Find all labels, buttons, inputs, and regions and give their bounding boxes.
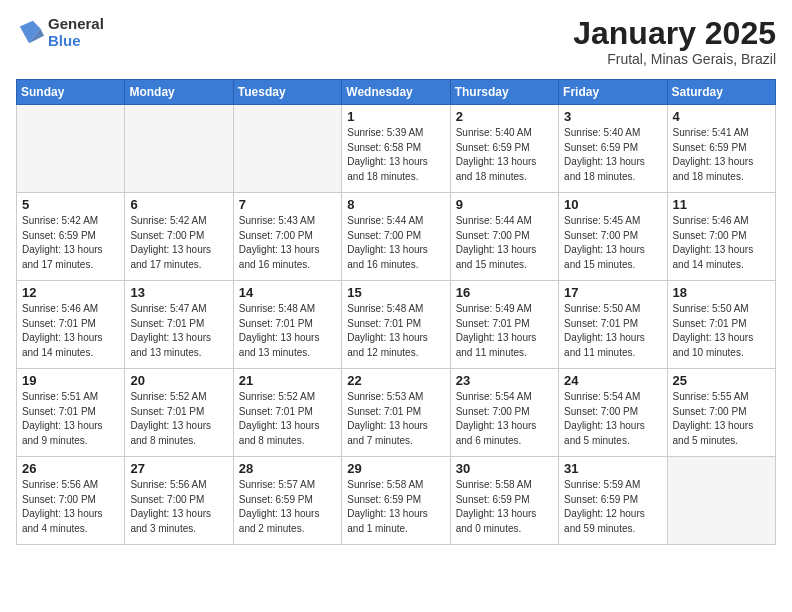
day-info: Sunrise: 5:50 AM Sunset: 7:01 PM Dayligh… bbox=[673, 302, 770, 360]
day-number: 23 bbox=[456, 373, 553, 388]
calendar-week-2: 12Sunrise: 5:46 AM Sunset: 7:01 PM Dayli… bbox=[17, 281, 776, 369]
calendar-cell: 4Sunrise: 5:41 AM Sunset: 6:59 PM Daylig… bbox=[667, 105, 775, 193]
day-number: 1 bbox=[347, 109, 444, 124]
day-info: Sunrise: 5:55 AM Sunset: 7:00 PM Dayligh… bbox=[673, 390, 770, 448]
day-info: Sunrise: 5:44 AM Sunset: 7:00 PM Dayligh… bbox=[347, 214, 444, 272]
day-info: Sunrise: 5:40 AM Sunset: 6:59 PM Dayligh… bbox=[564, 126, 661, 184]
day-number: 30 bbox=[456, 461, 553, 476]
weekday-header-friday: Friday bbox=[559, 80, 667, 105]
weekday-header-wednesday: Wednesday bbox=[342, 80, 450, 105]
day-number: 9 bbox=[456, 197, 553, 212]
day-number: 11 bbox=[673, 197, 770, 212]
calendar-cell: 22Sunrise: 5:53 AM Sunset: 7:01 PM Dayli… bbox=[342, 369, 450, 457]
calendar-cell: 28Sunrise: 5:57 AM Sunset: 6:59 PM Dayli… bbox=[233, 457, 341, 545]
weekday-header-thursday: Thursday bbox=[450, 80, 558, 105]
day-number: 13 bbox=[130, 285, 227, 300]
calendar-cell: 21Sunrise: 5:52 AM Sunset: 7:01 PM Dayli… bbox=[233, 369, 341, 457]
calendar-cell: 5Sunrise: 5:42 AM Sunset: 6:59 PM Daylig… bbox=[17, 193, 125, 281]
day-info: Sunrise: 5:58 AM Sunset: 6:59 PM Dayligh… bbox=[347, 478, 444, 536]
day-info: Sunrise: 5:40 AM Sunset: 6:59 PM Dayligh… bbox=[456, 126, 553, 184]
calendar-week-3: 19Sunrise: 5:51 AM Sunset: 7:01 PM Dayli… bbox=[17, 369, 776, 457]
logo-general: General bbox=[48, 16, 104, 33]
calendar-cell: 25Sunrise: 5:55 AM Sunset: 7:00 PM Dayli… bbox=[667, 369, 775, 457]
day-number: 10 bbox=[564, 197, 661, 212]
day-info: Sunrise: 5:48 AM Sunset: 7:01 PM Dayligh… bbox=[347, 302, 444, 360]
calendar-cell: 16Sunrise: 5:49 AM Sunset: 7:01 PM Dayli… bbox=[450, 281, 558, 369]
day-number: 26 bbox=[22, 461, 119, 476]
logo-icon bbox=[16, 19, 44, 47]
day-info: Sunrise: 5:42 AM Sunset: 7:00 PM Dayligh… bbox=[130, 214, 227, 272]
day-number: 31 bbox=[564, 461, 661, 476]
day-info: Sunrise: 5:51 AM Sunset: 7:01 PM Dayligh… bbox=[22, 390, 119, 448]
day-info: Sunrise: 5:47 AM Sunset: 7:01 PM Dayligh… bbox=[130, 302, 227, 360]
calendar-cell: 2Sunrise: 5:40 AM Sunset: 6:59 PM Daylig… bbox=[450, 105, 558, 193]
day-info: Sunrise: 5:52 AM Sunset: 7:01 PM Dayligh… bbox=[130, 390, 227, 448]
calendar-cell: 12Sunrise: 5:46 AM Sunset: 7:01 PM Dayli… bbox=[17, 281, 125, 369]
day-info: Sunrise: 5:53 AM Sunset: 7:01 PM Dayligh… bbox=[347, 390, 444, 448]
day-number: 15 bbox=[347, 285, 444, 300]
day-number: 25 bbox=[673, 373, 770, 388]
calendar-cell: 13Sunrise: 5:47 AM Sunset: 7:01 PM Dayli… bbox=[125, 281, 233, 369]
calendar-week-1: 5Sunrise: 5:42 AM Sunset: 6:59 PM Daylig… bbox=[17, 193, 776, 281]
day-number: 24 bbox=[564, 373, 661, 388]
calendar-cell: 17Sunrise: 5:50 AM Sunset: 7:01 PM Dayli… bbox=[559, 281, 667, 369]
day-number: 12 bbox=[22, 285, 119, 300]
calendar-table: SundayMondayTuesdayWednesdayThursdayFrid… bbox=[16, 79, 776, 545]
day-info: Sunrise: 5:54 AM Sunset: 7:00 PM Dayligh… bbox=[564, 390, 661, 448]
day-number: 20 bbox=[130, 373, 227, 388]
day-info: Sunrise: 5:52 AM Sunset: 7:01 PM Dayligh… bbox=[239, 390, 336, 448]
day-info: Sunrise: 5:43 AM Sunset: 7:00 PM Dayligh… bbox=[239, 214, 336, 272]
logo-text: General Blue bbox=[48, 16, 104, 49]
day-number: 27 bbox=[130, 461, 227, 476]
day-info: Sunrise: 5:44 AM Sunset: 7:00 PM Dayligh… bbox=[456, 214, 553, 272]
calendar-cell: 11Sunrise: 5:46 AM Sunset: 7:00 PM Dayli… bbox=[667, 193, 775, 281]
logo: General Blue bbox=[16, 16, 104, 49]
day-number: 29 bbox=[347, 461, 444, 476]
day-info: Sunrise: 5:56 AM Sunset: 7:00 PM Dayligh… bbox=[22, 478, 119, 536]
day-info: Sunrise: 5:59 AM Sunset: 6:59 PM Dayligh… bbox=[564, 478, 661, 536]
calendar-cell: 18Sunrise: 5:50 AM Sunset: 7:01 PM Dayli… bbox=[667, 281, 775, 369]
weekday-header-tuesday: Tuesday bbox=[233, 80, 341, 105]
calendar-cell: 7Sunrise: 5:43 AM Sunset: 7:00 PM Daylig… bbox=[233, 193, 341, 281]
day-info: Sunrise: 5:46 AM Sunset: 7:01 PM Dayligh… bbox=[22, 302, 119, 360]
calendar-cell: 14Sunrise: 5:48 AM Sunset: 7:01 PM Dayli… bbox=[233, 281, 341, 369]
weekday-header-saturday: Saturday bbox=[667, 80, 775, 105]
month-title: January 2025 bbox=[573, 16, 776, 51]
day-info: Sunrise: 5:54 AM Sunset: 7:00 PM Dayligh… bbox=[456, 390, 553, 448]
calendar-cell: 31Sunrise: 5:59 AM Sunset: 6:59 PM Dayli… bbox=[559, 457, 667, 545]
day-number: 7 bbox=[239, 197, 336, 212]
calendar-cell: 10Sunrise: 5:45 AM Sunset: 7:00 PM Dayli… bbox=[559, 193, 667, 281]
calendar-cell: 26Sunrise: 5:56 AM Sunset: 7:00 PM Dayli… bbox=[17, 457, 125, 545]
day-number: 19 bbox=[22, 373, 119, 388]
calendar-cell: 15Sunrise: 5:48 AM Sunset: 7:01 PM Dayli… bbox=[342, 281, 450, 369]
calendar-cell: 1Sunrise: 5:39 AM Sunset: 6:58 PM Daylig… bbox=[342, 105, 450, 193]
day-info: Sunrise: 5:45 AM Sunset: 7:00 PM Dayligh… bbox=[564, 214, 661, 272]
day-number: 4 bbox=[673, 109, 770, 124]
day-info: Sunrise: 5:50 AM Sunset: 7:01 PM Dayligh… bbox=[564, 302, 661, 360]
day-info: Sunrise: 5:57 AM Sunset: 6:59 PM Dayligh… bbox=[239, 478, 336, 536]
location: Frutal, Minas Gerais, Brazil bbox=[573, 51, 776, 67]
day-info: Sunrise: 5:48 AM Sunset: 7:01 PM Dayligh… bbox=[239, 302, 336, 360]
calendar-cell: 6Sunrise: 5:42 AM Sunset: 7:00 PM Daylig… bbox=[125, 193, 233, 281]
calendar-cell: 27Sunrise: 5:56 AM Sunset: 7:00 PM Dayli… bbox=[125, 457, 233, 545]
calendar-cell: 30Sunrise: 5:58 AM Sunset: 6:59 PM Dayli… bbox=[450, 457, 558, 545]
calendar-cell: 3Sunrise: 5:40 AM Sunset: 6:59 PM Daylig… bbox=[559, 105, 667, 193]
day-number: 14 bbox=[239, 285, 336, 300]
title-block: January 2025 Frutal, Minas Gerais, Brazi… bbox=[573, 16, 776, 67]
day-number: 5 bbox=[22, 197, 119, 212]
day-info: Sunrise: 5:42 AM Sunset: 6:59 PM Dayligh… bbox=[22, 214, 119, 272]
calendar-cell: 20Sunrise: 5:52 AM Sunset: 7:01 PM Dayli… bbox=[125, 369, 233, 457]
page-header: General Blue January 2025 Frutal, Minas … bbox=[16, 16, 776, 67]
day-info: Sunrise: 5:46 AM Sunset: 7:00 PM Dayligh… bbox=[673, 214, 770, 272]
day-info: Sunrise: 5:39 AM Sunset: 6:58 PM Dayligh… bbox=[347, 126, 444, 184]
weekday-header-monday: Monday bbox=[125, 80, 233, 105]
calendar-cell: 8Sunrise: 5:44 AM Sunset: 7:00 PM Daylig… bbox=[342, 193, 450, 281]
calendar-cell: 23Sunrise: 5:54 AM Sunset: 7:00 PM Dayli… bbox=[450, 369, 558, 457]
logo-blue: Blue bbox=[48, 33, 104, 50]
day-number: 17 bbox=[564, 285, 661, 300]
calendar-week-0: 1Sunrise: 5:39 AM Sunset: 6:58 PM Daylig… bbox=[17, 105, 776, 193]
day-info: Sunrise: 5:49 AM Sunset: 7:01 PM Dayligh… bbox=[456, 302, 553, 360]
day-info: Sunrise: 5:58 AM Sunset: 6:59 PM Dayligh… bbox=[456, 478, 553, 536]
calendar-cell bbox=[667, 457, 775, 545]
day-info: Sunrise: 5:41 AM Sunset: 6:59 PM Dayligh… bbox=[673, 126, 770, 184]
